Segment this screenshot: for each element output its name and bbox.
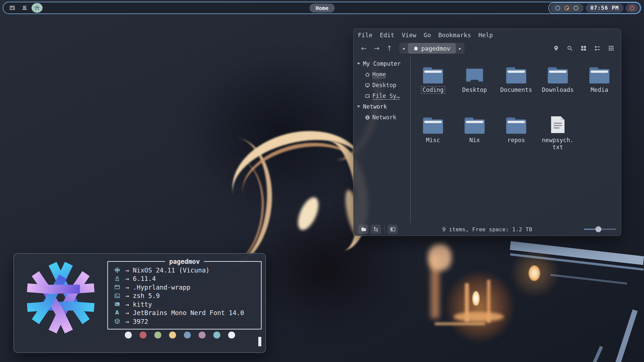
icon-view-icon[interactable] [581, 45, 587, 51]
clock-pill: 07:56 PM [586, 4, 624, 12]
wallpaper-streak [609, 309, 638, 362]
breadcrumb-right-chevron-icon[interactable]: ▸ [456, 46, 465, 51]
breadcrumb-current[interactable]: pagedmov [408, 43, 456, 54]
status-bar-fm: 9 items, Free space: 1.2 TB [354, 223, 621, 236]
sidebar-section-network[interactable]: Network [354, 101, 410, 112]
packages-icon [114, 318, 120, 324]
fetch-hostname: pagedmov [165, 258, 204, 265]
file-item-misc[interactable]: Misc [412, 115, 454, 144]
side-pane-icon [390, 227, 395, 232]
forward-button[interactable]: → [371, 43, 382, 53]
wallpaper-lantern-edge [431, 255, 439, 318]
location-pin-icon[interactable] [553, 45, 559, 51]
file-label: repos [506, 136, 527, 144]
menu-file[interactable]: File [354, 32, 376, 39]
menu-edit[interactable]: Edit [376, 32, 398, 39]
fetch-wm-value: .Hyprland-wrapp [133, 284, 191, 291]
search-icon[interactable] [567, 45, 573, 51]
file-item-media[interactable]: Media [579, 64, 620, 94]
active-window-title: Home [310, 3, 335, 12]
back-button[interactable]: ← [358, 43, 370, 53]
wallpaper-lantern-bar [465, 283, 469, 322]
slider-thumb[interactable] [595, 226, 601, 232]
places-pane-button[interactable] [358, 225, 369, 234]
wallpaper-streak [588, 346, 603, 362]
zoom-slider[interactable] [584, 226, 616, 232]
workspace-6-active[interactable] [32, 3, 43, 13]
wallpaper-plank [550, 274, 627, 285]
power-icon [629, 5, 635, 11]
palette-dot-green [154, 331, 161, 339]
terminal-cursor[interactable] [258, 337, 261, 346]
file-item-downloads[interactable]: Downloads [537, 64, 579, 94]
folder-icon [422, 66, 444, 84]
breadcrumb: ◂ pagedmov ▸ [399, 43, 465, 54]
file-label: Misc [425, 136, 441, 144]
folder-icon [547, 66, 569, 84]
breadcrumb-path: pagedmov [421, 45, 450, 52]
file-item-nix[interactable]: Nix [454, 115, 495, 144]
green-circle-indicator-icon [573, 5, 579, 11]
list-view-icon[interactable] [594, 45, 600, 51]
wallpaper-hair-strand [234, 131, 370, 234]
arrow-icon: → [121, 318, 133, 325]
kanji-four-glyph [9, 5, 15, 11]
workspace-5[interactable] [19, 3, 30, 13]
tree-pane-button[interactable] [371, 225, 381, 234]
power-button[interactable] [626, 4, 639, 12]
arrow-icon: → [121, 284, 133, 291]
arrow-icon: → [121, 266, 133, 274]
places-sidebar: My Computer Home Desktop File Sy… [354, 56, 411, 223]
menu-bookmarks[interactable]: Bookmarks [435, 32, 475, 39]
sidebar-item-filesystem[interactable]: File Sy… [354, 90, 410, 101]
wallpaper-lit-edge [435, 322, 485, 325]
file-item-newpsych-txt[interactable]: newpsych.txt [537, 115, 579, 151]
wallpaper-plank [510, 253, 644, 270]
sidebar-item-desktop[interactable]: Desktop [354, 80, 410, 90]
sidebar-item-label: Home [372, 71, 386, 78]
sidebar-item-label: File Sy… [372, 93, 400, 100]
file-label: Desktop [461, 86, 488, 94]
arrow-icon: → [121, 301, 133, 308]
file-label: Nix [468, 136, 481, 144]
terminal-color-palette [125, 331, 235, 339]
palette-dot-yellow [169, 331, 176, 339]
toolbar-view-controls [553, 45, 616, 51]
sidebar-item-home[interactable]: Home [354, 69, 410, 80]
compact-view-icon[interactable] [608, 45, 614, 51]
fetch-os-value: NixOS 24.11 (Vicuna) [133, 266, 210, 274]
file-item-desktop[interactable]: Desktop [454, 64, 495, 94]
side-pane-toggle-button[interactable] [387, 225, 398, 234]
palette-dot-bright-white [228, 331, 235, 339]
sidebar-section-my-computer[interactable]: My Computer [354, 58, 410, 69]
nix-icon [114, 267, 120, 273]
file-item-coding[interactable]: Coding [412, 64, 454, 94]
fetch-kernel-value: 6.11.4 [133, 275, 156, 282]
fetch-packages-value: 3972 [133, 318, 148, 325]
kernel-icon [114, 276, 120, 282]
toolbar: ← → ↑ ◂ pagedmov ▸ [354, 41, 621, 56]
indicator-pill[interactable] [550, 4, 584, 12]
arrow-icon: → [121, 275, 133, 282]
file-grid: Coding Desktop Documents Downloads [411, 56, 621, 223]
breadcrumb-left-chevron-icon[interactable]: ◂ [399, 46, 408, 51]
file-item-repos[interactable]: repos [495, 115, 537, 144]
sidebar-item-network[interactable]: Network [354, 112, 410, 123]
menu-help[interactable]: Help [475, 32, 496, 39]
file-manager-window: File Edit View Go Bookmarks Help ← → ↑ ◂… [353, 28, 621, 236]
terminal-icon [114, 301, 120, 307]
blue-circle-indicator-icon [555, 5, 561, 11]
menu-go[interactable]: Go [420, 32, 435, 39]
folder-icon [589, 66, 610, 84]
wallpaper-warm-patch [428, 244, 451, 271]
statusbar-divider [384, 226, 385, 233]
wallpaper-hair-strand [222, 118, 375, 241]
wallpaper-lantern-bar [487, 280, 490, 323]
wallpaper-plank [510, 241, 644, 265]
shell-icon [114, 293, 120, 299]
workspace-4[interactable] [7, 3, 18, 13]
menu-view[interactable]: View [398, 32, 420, 39]
sidebar-item-label: Desktop [372, 82, 396, 88]
file-item-documents[interactable]: Documents [495, 64, 537, 94]
up-button[interactable]: ↑ [384, 43, 395, 53]
